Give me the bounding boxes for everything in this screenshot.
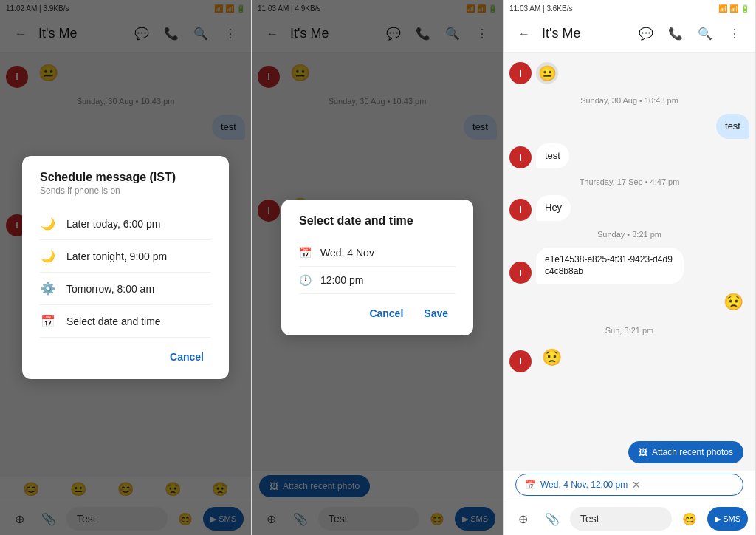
chat-icon-3[interactable]: 💬 [634,22,658,46]
date-divider-3b: Thursday, 17 Sep • 4:47 pm [509,177,749,186]
back-button-3[interactable]: ← [512,22,536,46]
datetime-dialog: Select date and time 📅 Wed, 4 Nov 🕐 12:0… [281,200,473,335]
msg-emoji-sent-3: 😟 [509,288,749,317]
clock-icon-dt: 🕐 [299,274,312,286]
moon-icon-2: 🌙 [40,249,56,263]
calendar-icon-dt: 📅 [299,247,312,259]
option-label-3: Tomorrow, 8:00 am [66,283,154,295]
date-row[interactable]: 📅 Wed, 4 Nov [299,239,456,267]
app-bar-3: ← It's Me 💬 📞 🔍 ⋮ [504,15,755,53]
moon-icon-1: 🌙 [40,217,56,231]
attach-photo-icon-3: 🖼 [639,447,647,457]
date-value: Wed, 4 Nov [320,247,374,259]
datetime-dialog-title: Select date and time [299,214,456,228]
msg-emoji-recv-3: I 😟 [509,344,749,372]
panel-2: 11:03 AM | 4.9KB/s 📶 📶 🔋 ← It's Me 💬 📞 🔍… [252,0,504,535]
date-divider-3c: Sunday • 3:21 pm [509,230,749,239]
msg-uuid-3: I e1e14538-e825-4f31-9423-d4d9c4c8b8ab [509,248,749,284]
dialog-actions-1: Cancel [40,347,211,367]
attach-btn-3[interactable]: 📎 [540,507,564,531]
bubble-emoji-sent-3: 😟 [718,288,749,317]
option-tomorrow[interactable]: ⚙️ Tomorrow, 8:00 am [40,273,211,305]
search-icon-3[interactable]: 🔍 [693,22,717,46]
panel-1: 11:02 AM | 3.9KB/s 📶 📶 🔋 ← It's Me 💬 📞 🔍… [0,0,252,535]
add-btn-3[interactable]: ⊕ [511,507,535,531]
attach-photos-label-3: Attach recent photos [652,447,733,457]
datetime-actions: Cancel Save [299,303,456,324]
avatar-row-3: I 😐 [509,59,749,87]
date-divider-3: Sunday, 30 Aug • 10:43 pm [509,96,749,105]
emoji-btn-3[interactable]: 😊 [678,507,701,531]
cancel-button-1[interactable]: Cancel [162,347,211,367]
input-3[interactable]: Test [570,507,672,531]
status-bar-3: 11:03 AM | 3.6KB/s 📶 📶 🔋 [504,0,755,15]
bottom-bar-3: ⊕ 📎 Test 😊 ▶ SMS [504,502,755,535]
dialog-title: Schedule message (IST) [40,171,211,184]
option-label-4: Select date and time [66,316,161,327]
bubble-uuid-3: e1e14538-e825-4f31-9423-d4d9c4c8b8ab [536,248,684,284]
schedule-dialog: Schedule message (IST) Sends if phone is… [22,156,229,379]
scheduled-icon: 📅 [525,480,536,490]
avatar-uuid-3: I [509,262,532,284]
chat-area-3: I 😐 Sunday, 30 Aug • 10:43 pm test I tes… [504,53,755,434]
datetime-dialog-overlay: Select date and time 📅 Wed, 4 Nov 🕐 12:0… [252,0,503,535]
avatar-recv-3: I [509,146,532,168]
schedule-dialog-overlay: Schedule message (IST) Sends if phone is… [0,0,251,535]
status-icons-3: 📶 📶 🔋 [718,4,749,13]
time-row[interactable]: 🕐 12:00 pm [299,267,456,294]
bubble-test-3: test [716,114,749,139]
option-select-datetime[interactable]: 📅 Select date and time [40,305,211,338]
option-later-tonight[interactable]: 🌙 Later tonight, 9:00 pm [40,240,211,273]
option-later-today[interactable]: 🌙 Later today, 6:00 pm [40,208,211,240]
avatar-3a: I [509,62,532,84]
time-value: 12:00 pm [320,274,363,286]
scheduled-pill-container: 📅 Wed, 4 Nov, 12:00 pm ✕ [504,471,755,502]
msg-sent-test-3: test [509,114,749,139]
dialog-subtitle: Sends if phone is on [40,185,211,196]
more-icon-3[interactable]: ⋮ [723,22,746,46]
status-time-3: 11:03 AM | 3.6KB/s [509,4,572,13]
time-sun-3: Sun, 3:21 pm [509,326,749,335]
option-label-2: Later tonight, 9:00 pm [66,251,167,262]
phone-icon-3[interactable]: 📞 [664,22,687,46]
msg-recv-test-3: I test [509,143,749,168]
panel-3: 11:03 AM | 3.6KB/s 📶 📶 🔋 ← It's Me 💬 📞 🔍… [504,0,756,535]
scheduled-pill: 📅 Wed, 4 Nov, 12:00 pm ✕ [515,474,743,496]
option-label-1: Later today, 6:00 pm [66,218,160,230]
calendar-icon-1: 📅 [40,314,56,328]
cancel-button-2[interactable]: Cancel [362,303,410,324]
avatar-hey-3: I [509,199,532,221]
chat-title-3: It's Me [542,26,628,41]
attach-photos-row-3: 🖼 Attach recent photos [504,434,755,471]
scheduled-label: Wed, 4 Nov, 12:00 pm [540,480,628,490]
avatar-emoji-recv-3: I [509,350,532,372]
msg-hey-3: I Hey [509,195,749,220]
bubble-emoji-recv-3: 😟 [536,344,568,372]
attach-photos-btn-3[interactable]: 🖼 Attach recent photos [628,441,743,463]
bubble-recv-test-3: test [536,143,569,168]
scheduled-close-btn[interactable]: ✕ [632,479,641,491]
gear-icon-1: ⚙️ [40,282,56,296]
send-sms-3[interactable]: ▶ SMS [707,507,748,531]
avatar-3b: 😐 [536,62,558,84]
bubble-hey-3: Hey [536,195,571,220]
save-button[interactable]: Save [416,303,456,324]
